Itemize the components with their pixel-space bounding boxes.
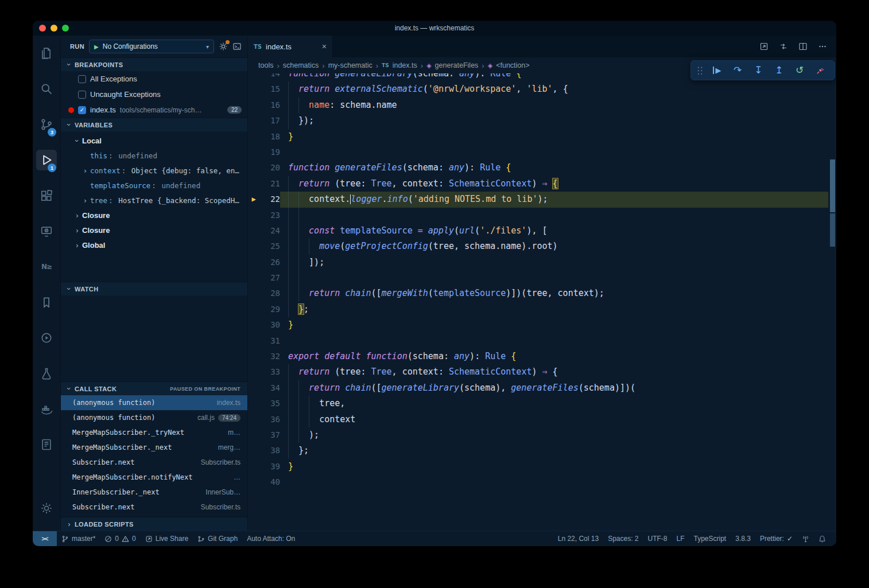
- line-content[interactable]: return chain([mergeWith(templateSource)]…: [280, 286, 828, 301]
- gutter-margin[interactable]: [248, 208, 259, 223]
- gutter-margin[interactable]: [248, 459, 259, 474]
- gutter-margin[interactable]: [248, 333, 259, 349]
- code-editor[interactable]: 14function generateLibrary(schema: any):…: [248, 73, 836, 531]
- line-content[interactable]: ]);: [280, 255, 828, 270]
- gutter-margin[interactable]: [248, 302, 259, 317]
- auto-attach-item[interactable]: Auto Attach: On: [242, 531, 300, 546]
- gutter-margin[interactable]: [248, 113, 259, 128]
- gutter-margin[interactable]: [248, 396, 259, 411]
- gutter-margin[interactable]: [248, 239, 259, 254]
- line-content[interactable]: move(getProjectConfig(tree, schema.name)…: [280, 239, 828, 254]
- variable-item[interactable]: ›this: undefined: [61, 148, 247, 163]
- gutter-margin[interactable]: [248, 270, 259, 286]
- overview-ruler[interactable]: [828, 73, 836, 531]
- more-actions-icon[interactable]: [818, 42, 827, 51]
- sidebar-item-codetour[interactable]: [33, 320, 60, 356]
- gutter-margin[interactable]: [248, 380, 259, 396]
- variable-item[interactable]: ›context: Object {debug: false, en…: [61, 163, 247, 178]
- line-content[interactable]: [280, 208, 828, 223]
- gutter-margin[interactable]: ▶: [248, 192, 259, 207]
- gutter-margin[interactable]: [248, 443, 259, 458]
- git-graph-item[interactable]: Git Graph: [193, 531, 242, 546]
- gutter-margin[interactable]: [248, 223, 259, 239]
- sidebar-item-run-and-debug[interactable]: 1: [33, 142, 60, 178]
- variables-scope[interactable]: ›Global: [61, 237, 247, 252]
- open-debug-console-button[interactable]: [232, 42, 242, 51]
- call-stack-frame[interactable]: MergeMapSubscriber.notifyNext…: [61, 470, 247, 485]
- sidebar-item-testing[interactable]: [33, 356, 60, 391]
- gutter-margin[interactable]: [248, 317, 259, 333]
- line-content[interactable]: name: schema.name: [280, 98, 828, 113]
- notifications-item[interactable]: [814, 531, 831, 546]
- sidebar-item-bookmarks[interactable]: [33, 285, 60, 320]
- line-content[interactable]: return (tree: Tree, context: SchematicCo…: [280, 364, 828, 380]
- line-content[interactable]: [280, 145, 828, 160]
- gutter-margin[interactable]: [248, 98, 259, 113]
- call-stack-frame[interactable]: InnerSubscriber._nextInnerSub…: [61, 485, 247, 500]
- breakpoints-section-header[interactable]: › BREAKPOINTS: [61, 57, 247, 71]
- line-content[interactable]: [280, 474, 828, 490]
- gutter-margin[interactable]: [248, 176, 259, 192]
- cursor-position-item[interactable]: Ln 22, Col 13: [553, 531, 603, 546]
- line-content[interactable]: }: [280, 317, 828, 333]
- line-content[interactable]: [280, 270, 828, 286]
- breadcrumb-item[interactable]: tools: [258, 61, 273, 69]
- line-content[interactable]: function generateFiles(schema: any): Rul…: [280, 160, 828, 176]
- breakpoint-item[interactable]: All Exceptions: [61, 71, 247, 87]
- eol-item[interactable]: LF: [672, 531, 689, 546]
- launch-configuration-dropdown[interactable]: ▶ No Configurations ▾: [89, 40, 214, 53]
- line-content[interactable]: return externalSchematic('@nrwl/workspac…: [280, 81, 828, 97]
- sidebar-item-extensions[interactable]: [33, 178, 60, 213]
- gutter-margin[interactable]: [248, 81, 259, 97]
- gutter-margin[interactable]: [248, 73, 259, 81]
- continue-button[interactable]: ▶: [707, 63, 727, 79]
- gutter-margin[interactable]: [248, 474, 259, 490]
- restart-button[interactable]: ↺: [789, 63, 810, 79]
- sidebar-item-search[interactable]: [33, 71, 60, 107]
- gutter-margin[interactable]: [248, 364, 259, 380]
- close-window-button[interactable]: [39, 25, 46, 32]
- sidebar-item-remote-explorer[interactable]: [33, 213, 60, 249]
- line-content[interactable]: const templateSource = apply(url('./file…: [280, 223, 828, 239]
- minimize-window-button[interactable]: [51, 25, 57, 32]
- breakpoint-checkbox[interactable]: ✓: [78, 106, 86, 114]
- line-content[interactable]: };: [280, 443, 828, 458]
- disconnect-button[interactable]: [810, 63, 831, 79]
- call-stack-frame[interactable]: MergeMapSubscriber._tryNextm…: [61, 425, 247, 440]
- tab-index-ts[interactable]: TS index.ts ×: [248, 36, 333, 57]
- sidebar-item-source-control[interactable]: 3: [33, 107, 60, 142]
- gutter-margin[interactable]: [248, 145, 259, 160]
- close-tab-icon[interactable]: ×: [322, 42, 327, 51]
- line-content[interactable]: return chain([generateLibrary(schema), g…: [280, 380, 828, 396]
- breadcrumb-item[interactable]: index.ts: [393, 61, 417, 69]
- loaded-scripts-section-header[interactable]: › LOADED SCRIPTS: [61, 517, 247, 531]
- variable-item[interactable]: ›tree: HostTree {_backend: ScopedH…: [61, 193, 247, 208]
- call-stack-frame[interactable]: MergeMapSubscriber._nextmerg…: [61, 440, 247, 455]
- line-content[interactable]: return (tree: Tree, context: SchematicCo…: [280, 176, 828, 192]
- variables-section-header[interactable]: › VARIABLES: [61, 118, 247, 131]
- indentation-item[interactable]: Spaces: 2: [603, 531, 643, 546]
- gutter-margin[interactable]: [248, 255, 259, 270]
- call-stack-frame[interactable]: (anonymous function)call.js74:24: [61, 410, 247, 425]
- breakpoint-item[interactable]: ✓index.tstools/schematics/my-sch…22: [61, 102, 247, 118]
- breakpoint-checkbox[interactable]: [78, 75, 86, 83]
- line-content[interactable]: tree,: [280, 396, 828, 411]
- encoding-item[interactable]: UTF-8: [643, 531, 672, 546]
- variables-scope[interactable]: ›Closure: [61, 223, 247, 237]
- drag-handle-icon[interactable]: [697, 66, 703, 75]
- breadcrumb-item[interactable]: <function>: [496, 61, 529, 69]
- gutter-margin[interactable]: [248, 349, 259, 364]
- call-stack-frame[interactable]: (anonymous function)index.ts: [61, 395, 247, 410]
- problems-item[interactable]: 0 0: [100, 531, 140, 546]
- sidebar-item-notebook[interactable]: [33, 427, 60, 462]
- gutter-margin[interactable]: [248, 427, 259, 443]
- zoom-window-button[interactable]: [62, 25, 69, 32]
- title-bar[interactable]: index.ts — wrkschematics: [33, 21, 836, 36]
- gutter-margin[interactable]: [248, 286, 259, 301]
- live-share-item[interactable]: Live Share: [141, 531, 193, 546]
- configure-launch-button[interactable]: [219, 42, 228, 51]
- gutter-margin[interactable]: [248, 412, 259, 427]
- line-content[interactable]: [280, 333, 828, 349]
- line-content[interactable]: export default function(schema: any): Ru…: [280, 349, 828, 364]
- language-mode-item[interactable]: TypeScript: [689, 531, 731, 546]
